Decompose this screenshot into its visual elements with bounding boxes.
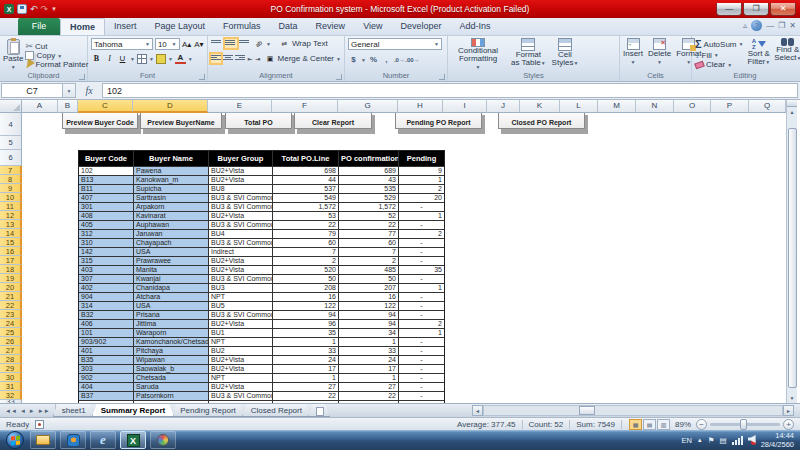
- table-cell[interactable]: BU2+Vista: [209, 383, 273, 392]
- format-as-table-button[interactable]: Formatas Table▼: [511, 38, 546, 71]
- column-header-L[interactable]: L: [560, 100, 598, 113]
- scroll-up-icon[interactable]: ▲: [787, 107, 797, 117]
- table-cell[interactable]: Waraporn: [134, 329, 209, 338]
- column-header-M[interactable]: M: [598, 100, 636, 113]
- table-cell[interactable]: 1,572: [339, 203, 399, 212]
- table-cell[interactable]: 403: [79, 266, 134, 275]
- table-cell[interactable]: -: [399, 374, 444, 383]
- tab-page-layout[interactable]: Page Layout: [146, 18, 215, 35]
- cell-styles-button[interactable]: CellStyles▼: [552, 38, 579, 71]
- row-header-7[interactable]: 7: [0, 166, 22, 175]
- start-button[interactable]: [6, 431, 24, 449]
- table-cell[interactable]: 2: [273, 257, 339, 266]
- table-cell[interactable]: 24: [273, 356, 339, 365]
- zoom-slider-thumb[interactable]: [740, 419, 747, 430]
- table-cell[interactable]: 315: [79, 257, 134, 266]
- row-header-19[interactable]: 19: [0, 274, 22, 283]
- table-cell[interactable]: 50: [339, 275, 399, 284]
- redo-icon[interactable]: ↷: [41, 4, 49, 14]
- taskbar-excel-button[interactable]: X: [120, 431, 146, 449]
- table-cell[interactable]: NPT: [209, 374, 273, 383]
- table-cell[interactable]: 314: [79, 302, 134, 311]
- table-cell[interactable]: 35: [273, 329, 339, 338]
- row-header-25[interactable]: 25: [0, 328, 22, 337]
- column-header-D[interactable]: D: [133, 100, 208, 113]
- column-header-F[interactable]: F: [272, 100, 338, 113]
- table-cell[interactable]: 27: [273, 383, 339, 392]
- table-cell[interactable]: BU2+Vista: [209, 365, 273, 374]
- vertical-scroll-thumb[interactable]: [788, 128, 797, 388]
- sheet-tab-pending-report[interactable]: Pending Report: [171, 404, 245, 417]
- table-cell[interactable]: 689: [339, 167, 399, 176]
- table-cell[interactable]: Kwanjai: [134, 275, 209, 284]
- tab-formulas[interactable]: Formulas: [214, 18, 270, 35]
- table-cell[interactable]: USA: [134, 302, 209, 311]
- row-header-28[interactable]: 28: [0, 355, 22, 364]
- number-dialog-launcher[interactable]: [439, 74, 445, 80]
- decrease-indent-icon[interactable]: ⇤: [247, 53, 253, 64]
- font-size-combo[interactable]: 10▼: [155, 38, 180, 50]
- table-cell[interactable]: 310: [79, 239, 134, 248]
- tab-view[interactable]: View: [354, 18, 391, 35]
- table-cell[interactable]: 34: [339, 329, 399, 338]
- table-cell[interactable]: 9: [399, 167, 444, 176]
- row-header-26[interactable]: 26: [0, 337, 22, 346]
- formula-input[interactable]: 102: [102, 83, 798, 98]
- tab-review[interactable]: Review: [307, 18, 355, 35]
- table-cell[interactable]: -: [399, 293, 444, 302]
- zoom-out-icon[interactable]: −: [696, 419, 707, 430]
- table-cell[interactable]: Jaruwan: [134, 230, 209, 239]
- grow-font-icon[interactable]: A▴: [182, 39, 192, 50]
- align-left-icon[interactable]: [211, 54, 221, 63]
- table-cell[interactable]: 312: [79, 230, 134, 239]
- italic-button[interactable]: I: [104, 53, 115, 64]
- column-header-N[interactable]: N: [636, 100, 674, 113]
- table-cell[interactable]: B37: [79, 392, 134, 401]
- tab-file[interactable]: File: [18, 18, 60, 35]
- table-cell[interactable]: 1: [273, 374, 339, 383]
- column-header-C[interactable]: C: [78, 100, 133, 113]
- table-cell[interactable]: Pawena: [134, 167, 209, 176]
- bold-button[interactable]: B: [91, 53, 102, 64]
- table-cell[interactable]: Chetsada: [134, 374, 209, 383]
- row-header-12[interactable]: 12: [0, 211, 22, 220]
- table-cell[interactable]: B35: [79, 356, 134, 365]
- column-header-P[interactable]: P: [711, 100, 749, 113]
- taskbar-explorer-button[interactable]: [30, 431, 56, 449]
- table-cell[interactable]: 77: [339, 230, 399, 239]
- table-cell[interactable]: 307: [79, 275, 134, 284]
- table-cell[interactable]: BU8: [209, 185, 273, 194]
- table-cell[interactable]: -: [399, 275, 444, 284]
- excel-app-icon[interactable]: X: [4, 4, 14, 14]
- help-icon[interactable]: ?: [751, 20, 762, 31]
- table-cell[interactable]: BU3 & SVI Common: [209, 194, 273, 203]
- number-format-combo[interactable]: General▼: [348, 38, 442, 50]
- sheet-tab-summary-report[interactable]: Summary Report: [92, 404, 174, 417]
- font-color-icon[interactable]: A: [175, 53, 186, 64]
- table-cell[interactable]: 2: [399, 185, 444, 194]
- table-cell[interactable]: 122: [339, 302, 399, 311]
- action-center-icon[interactable]: ⚑: [708, 436, 715, 445]
- table-header-cell[interactable]: Pending: [399, 151, 444, 167]
- sort-filter-button[interactable]: AZ Sort &Filter▼: [747, 38, 770, 71]
- row-header-31[interactable]: 31: [0, 382, 22, 391]
- table-header-cell[interactable]: Buyer Group: [209, 151, 273, 167]
- workbook-close-icon[interactable]: ✕: [789, 21, 796, 30]
- wrap-text-button[interactable]: ⇌ Wrap Text: [279, 38, 328, 49]
- table-cell[interactable]: -: [399, 221, 444, 230]
- row-header-14[interactable]: 14: [0, 229, 22, 238]
- closed-po-report-button[interactable]: Closed PO Report: [498, 113, 585, 129]
- normal-view-button[interactable]: ▦: [629, 419, 642, 430]
- table-header-cell[interactable]: Buyer Name: [134, 151, 209, 167]
- table-cell[interactable]: 79: [273, 230, 339, 239]
- row-header-8[interactable]: 8: [0, 175, 22, 184]
- table-cell[interactable]: -: [399, 203, 444, 212]
- copy-button[interactable]: Copy▼: [25, 51, 88, 60]
- table-cell[interactable]: 17: [273, 365, 339, 374]
- table-cell[interactable]: 22: [273, 392, 339, 401]
- prev-sheet-icon[interactable]: ◄: [20, 408, 26, 414]
- page-layout-view-button[interactable]: ▤: [643, 419, 656, 430]
- power-icon[interactable]: ▤: [720, 436, 727, 445]
- scroll-down-icon[interactable]: ▼: [787, 393, 797, 403]
- table-cell[interactable]: BU2+Vista: [209, 320, 273, 329]
